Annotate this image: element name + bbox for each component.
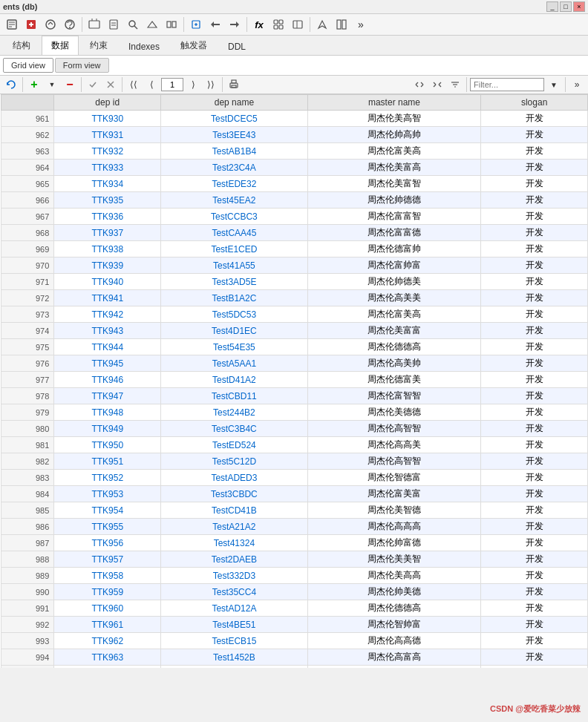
- toolbar-btn-8[interactable]: [143, 16, 161, 33]
- toolbar-btn-1[interactable]: [3, 16, 21, 33]
- table-row[interactable]: 972TTK941TestB1A2C周杰伦高美美开发: [1, 290, 588, 306]
- tab-structure[interactable]: 结构: [3, 36, 40, 55]
- table-row[interactable]: 962TTK931Test3EE43周杰伦帅高帅开发: [1, 127, 588, 143]
- table-row[interactable]: 988TTK957Test2DAEB周杰伦美美智开发: [1, 551, 588, 568]
- table-row[interactable]: 991TTK960TestAD12A周杰伦德德高开发: [1, 600, 588, 617]
- table-row[interactable]: 978TTK947TestCBD11周杰伦富智智开发: [1, 388, 588, 404]
- table-row[interactable]: 969TTK938TestE1CED周杰伦德富帅开发: [1, 241, 588, 257]
- table-row[interactable]: 961TTK930TestDCEC5周杰伦美高智开发: [1, 111, 588, 127]
- tab-form-view[interactable]: Form view: [55, 58, 109, 73]
- table-row[interactable]: 990TTK959Test35CC4周杰伦帅美德开发: [1, 584, 588, 600]
- table-row[interactable]: 993TTK962TestECB15周杰伦高高德开发: [1, 633, 588, 649]
- cell-dep-name: Test5C12D: [161, 453, 308, 470]
- table-row[interactable]: 986TTK955TestA21A2周杰伦高高高开发: [1, 519, 588, 535]
- cell-dep-id: TTK962: [54, 633, 161, 649]
- table-row[interactable]: 979TTK948Test244B2周杰伦美德德开发: [1, 404, 588, 421]
- toolbar-btn-10[interactable]: [187, 16, 205, 33]
- sort-button[interactable]: [447, 77, 463, 92]
- filter-input[interactable]: [470, 78, 544, 91]
- table-row[interactable]: 977TTK946TestD41A2周杰伦德富美开发: [1, 372, 588, 388]
- header-dep-name[interactable]: dep name: [161, 95, 308, 111]
- cell-master-name: 周杰伦高高美: [307, 437, 481, 453]
- toolbar-btn-3[interactable]: [42, 16, 59, 33]
- table-row[interactable]: 983TTK952TestADED3周杰伦智德富开发: [1, 470, 588, 486]
- first-page-button[interactable]: ⟨⟨: [125, 77, 142, 92]
- toolbar-btn-15[interactable]: [313, 16, 331, 33]
- header-slogan[interactable]: slogan: [481, 95, 588, 111]
- collapse-cols-button[interactable]: [429, 77, 445, 92]
- table-row[interactable]: 965TTK934TestEDE32周杰伦美富智开发: [1, 176, 588, 192]
- toolbar-btn-14[interactable]: [289, 16, 307, 33]
- table-row[interactable]: 992TTK961Test4BE51周杰伦智帅富开发: [1, 617, 588, 633]
- last-page-button[interactable]: ⟩⟩: [203, 77, 219, 92]
- confirm-button[interactable]: [85, 77, 101, 92]
- toolbar-btn-fx[interactable]: fx: [250, 16, 268, 33]
- cell-dep-name: Test41324: [161, 535, 308, 551]
- table-row[interactable]: 980TTK949TestC3B4C周杰伦高智智开发: [1, 421, 588, 437]
- table-row[interactable]: 967TTK936TestCCBC3周杰伦富富智开发: [1, 209, 588, 225]
- tab-indexes[interactable]: Indexes: [119, 38, 169, 55]
- cell-dep-name: Test45EA2: [161, 192, 308, 209]
- table-row[interactable]: 984TTK953Test3CBDC周杰伦富美富开发: [1, 486, 588, 502]
- svg-line-41: [439, 85, 441, 87]
- table-row[interactable]: 975TTK944Test54E35周杰伦德德高开发: [1, 339, 588, 355]
- table-row[interactable]: 966TTK935Test45EA2周杰伦帅德德开发: [1, 192, 588, 209]
- close-button[interactable]: ×: [573, 1, 585, 12]
- table-row[interactable]: 994TTK963Test1452B周杰伦高富高开发: [1, 649, 588, 666]
- table-row[interactable]: 985TTK954TestCD41B周杰伦美智德开发: [1, 502, 588, 519]
- toolbar-btn-11[interactable]: [206, 16, 224, 33]
- prev-page-button[interactable]: ⟨: [143, 77, 160, 92]
- next-page-button[interactable]: ⟩: [185, 77, 201, 92]
- add-row-button[interactable]: +: [26, 77, 42, 92]
- table-row[interactable]: 987TTK956Test41324周杰伦帅富德开发: [1, 535, 588, 551]
- table-row[interactable]: 964TTK933Test23C4A周杰伦美富高开发: [1, 160, 588, 176]
- tab-grid-view[interactable]: Grid view: [3, 58, 53, 73]
- maximize-button[interactable]: □: [560, 1, 572, 12]
- cell-slogan: 开发: [481, 453, 588, 470]
- cell-dep-id: TTK944: [54, 339, 161, 355]
- cell-slogan: 开发: [481, 388, 588, 404]
- table-row[interactable]: 995TTK964Test4C3BD周杰伦智富高开发: [1, 666, 588, 669]
- add-dropdown-button[interactable]: ▼: [44, 77, 60, 92]
- print-button[interactable]: [226, 77, 242, 92]
- toolbar-btn-6[interactable]: [105, 16, 122, 33]
- cell-row-num: 992: [1, 617, 54, 633]
- tab-constraint[interactable]: 约束: [80, 36, 117, 55]
- cell-slogan: 开发: [481, 192, 588, 209]
- table-row[interactable]: 982TTK951Test5C12D周杰伦高智智开发: [1, 453, 588, 470]
- table-row[interactable]: 971TTK940Test3AD5E周杰伦帅德美开发: [1, 274, 588, 290]
- table-row[interactable]: 976TTK945TestA5AA1周杰伦高美帅开发: [1, 355, 588, 372]
- toolbar-btn-7[interactable]: [124, 16, 142, 33]
- cell-master-name: 周杰伦美高高: [307, 568, 481, 584]
- table-row[interactable]: 989TTK958Test332D3周杰伦美高高开发: [1, 568, 588, 584]
- toolbar-btn-4[interactable]: [61, 16, 79, 33]
- table-row[interactable]: 981TTK950TestED524周杰伦高高美开发: [1, 437, 588, 453]
- toolbar-btn-5[interactable]: [85, 16, 103, 33]
- table-row[interactable]: 973TTK942Test5DC53周杰伦富美高开发: [1, 306, 588, 323]
- header-master-name[interactable]: master name: [307, 95, 481, 111]
- window-controls[interactable]: _ □ ×: [546, 1, 585, 12]
- more-options-button[interactable]: »: [569, 77, 585, 92]
- toolbar-btn-13[interactable]: [270, 16, 287, 33]
- tab-triggers[interactable]: 触发器: [171, 36, 217, 55]
- filter-options-button[interactable]: ▼: [546, 77, 562, 92]
- tab-ddl[interactable]: DDL: [218, 38, 255, 55]
- header-dep-id[interactable]: dep id: [54, 95, 161, 111]
- expand-cols-button[interactable]: [411, 77, 428, 92]
- toolbar-btn-9[interactable]: [163, 16, 180, 33]
- table-row[interactable]: 968TTK937TestCAA45周杰伦富富德开发: [1, 225, 588, 241]
- toolbar-btn-2[interactable]: [22, 16, 40, 33]
- table-row[interactable]: 974TTK943Test4D1EC周杰伦美富富开发: [1, 323, 588, 339]
- cancel-edit-button[interactable]: [102, 77, 119, 92]
- page-number-input[interactable]: [161, 78, 183, 91]
- toolbar-btn-12[interactable]: [226, 16, 244, 33]
- refresh-button[interactable]: [3, 77, 19, 92]
- cell-dep-name: TestA21A2: [161, 519, 308, 535]
- toolbar-btn-more[interactable]: »: [352, 16, 370, 33]
- minimize-button[interactable]: _: [546, 1, 558, 12]
- table-row[interactable]: 963TTK932TestAB1B4周杰伦富美高开发: [1, 143, 588, 160]
- tab-data[interactable]: 数据: [42, 36, 79, 55]
- delete-row-button[interactable]: −: [62, 77, 78, 92]
- toolbar-btn-16[interactable]: [333, 16, 350, 33]
- table-row[interactable]: 970TTK939Test41A55周杰伦富帅富开发: [1, 257, 588, 274]
